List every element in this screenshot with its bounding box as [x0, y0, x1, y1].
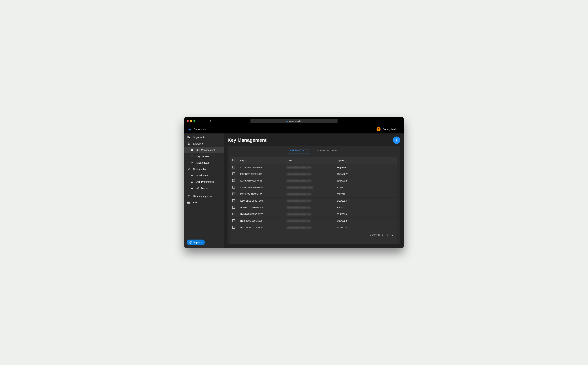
svg-rect-10 — [188, 137, 188, 137]
lock-icon — [187, 142, 190, 145]
row-checkbox[interactable] — [232, 179, 235, 182]
row-checkbox[interactable] — [232, 206, 235, 209]
row-checkbox[interactable] — [232, 213, 235, 215]
page-title: Key Management — [228, 138, 266, 143]
row-checkbox[interactable] — [232, 226, 235, 229]
svg-point-27 — [191, 243, 191, 243]
tab-approved-keys[interactable]: APPROVED KEYS — [289, 147, 310, 154]
cell-expires: 11/24/2022 — [337, 173, 396, 175]
sidebar-sub-email-setup[interactable]: Email Setup — [184, 172, 224, 179]
sidebar-sub-api-access[interactable]: API Access — [184, 185, 224, 191]
prev-page-button[interactable] — [387, 234, 388, 236]
sidebar-item-label: App Preferences — [196, 181, 214, 183]
sidebar-item-label: Organization — [193, 136, 206, 139]
table-row[interactable]: 0017 CF04 74B4 06F6redacted@example.comP… — [230, 164, 397, 171]
svg-rect-11 — [188, 144, 190, 145]
address-bar[interactable]: canarymail.io — [251, 119, 337, 123]
table-row[interactable]: 0033 5A6B 9189 4686redacted@example.com1… — [230, 177, 397, 184]
chevron-down-icon[interactable] — [204, 120, 206, 122]
svg-rect-25 — [187, 202, 190, 203]
sidebar-toggle-icon[interactable] — [199, 120, 202, 122]
sidebar-item-configuration[interactable]: Configuration — [184, 166, 224, 172]
sidebar-item-label: Key Servers — [196, 155, 209, 158]
users-icon — [187, 195, 190, 197]
back-icon[interactable] — [210, 120, 212, 122]
keys-table: Key ID Email Expires 0017 CF04 74B4 06F6… — [230, 157, 397, 244]
cell-expires: 3/5/2022 — [337, 206, 396, 209]
minimize-icon[interactable] — [190, 120, 192, 122]
svg-rect-6 — [189, 137, 190, 138]
tabs: APPROVED KEYS UNAPPROVED KEYS — [228, 147, 400, 154]
cell-expires: 2/10/2024 — [337, 200, 396, 202]
building-icon — [187, 136, 190, 139]
sidebar-item-label: Billing — [193, 201, 199, 204]
cell-key-id: 01CD 58A4 A71F 6EE1 — [240, 226, 287, 229]
sidebar-item-billing[interactable]: Billing — [184, 199, 224, 206]
cell-expires: 1/14/2024 — [337, 226, 396, 229]
support-button[interactable]: Support — [187, 239, 205, 245]
svg-rect-0 — [199, 120, 202, 122]
row-checkbox[interactable] — [232, 166, 235, 168]
sidebar-item-label: Key Management — [196, 149, 215, 151]
col-expires[interactable]: Expires — [337, 159, 396, 161]
sidebar-item-encryption[interactable]: Encryption — [184, 140, 224, 147]
table-row[interactable]: 00D7 11A1 DF80 F093redacted@example.com2… — [230, 197, 397, 204]
sidebar-sub-master-keys[interactable]: Master Keys — [184, 160, 224, 166]
sidebar-sub-key-management[interactable]: Key Management — [184, 147, 224, 153]
main-content: Key Management APPROVED KEYS UNAPPROVED … — [224, 133, 404, 248]
sidebar-sub-key-servers[interactable]: Key Servers — [184, 153, 224, 160]
svg-point-4 — [335, 121, 336, 121]
sidebar-item-label: Configuration — [193, 168, 207, 170]
sidebar-item-user-management[interactable]: User Management — [184, 193, 224, 199]
svg-point-16 — [191, 162, 192, 163]
cell-expires: 11/6/2022 — [337, 180, 396, 182]
table-row[interactable]: 0082 2274 7D0E 4155redacted@example.com2… — [230, 191, 397, 197]
row-checkbox[interactable] — [232, 219, 235, 222]
cell-email: redacted@example.com — [287, 180, 337, 182]
svg-point-17 — [188, 169, 189, 169]
browser-window: canarymail.io Canary Mail C Canary Mail — [184, 117, 404, 248]
table-row[interactable]: 0145 D4F8 DB86 0A7Credacted@example.com2… — [230, 211, 397, 218]
maximize-icon[interactable] — [193, 120, 195, 122]
table-row[interactable]: 01B2 8C9B 6295 6686redacted@example.org6… — [230, 218, 397, 224]
add-key-button[interactable] — [393, 136, 400, 144]
select-all-checkbox[interactable] — [232, 159, 235, 161]
table-row[interactable]: 0055 67A9 AE36 D325redacted@example.medi… — [230, 184, 397, 191]
next-page-button[interactable] — [392, 234, 394, 236]
cell-expires: 8/12/2021 — [337, 186, 396, 189]
sidebar-item-label: Master Keys — [196, 161, 209, 164]
user-menu[interactable]: C Canary Mail — [377, 127, 400, 131]
cell-expires: 6/29/2022 — [337, 220, 396, 222]
brand[interactable]: Canary Mail — [188, 127, 207, 131]
cell-expires: 2/6/2023 — [337, 193, 396, 195]
svg-point-15 — [191, 157, 192, 157]
help-icon — [189, 241, 192, 244]
row-checkbox[interactable] — [232, 193, 235, 195]
sidebar-sub-app-preferences[interactable]: App Preferences — [184, 179, 224, 185]
sidebar-item-organization[interactable]: Organization — [184, 134, 224, 140]
col-key-id[interactable]: Key ID — [240, 159, 287, 161]
row-checkbox[interactable] — [232, 186, 235, 189]
tab-unapproved-keys[interactable]: UNAPPROVED KEYS — [315, 148, 339, 154]
reader-icon[interactable] — [333, 120, 336, 122]
row-checkbox[interactable] — [232, 199, 235, 202]
site-icon — [286, 120, 288, 122]
sliders-icon — [190, 181, 194, 183]
svg-rect-9 — [188, 137, 188, 137]
key-icon — [190, 161, 194, 164]
cell-key-id: 0022 B681 59C9 7666 — [240, 173, 287, 175]
svg-point-20 — [192, 182, 193, 182]
card-icon — [187, 201, 190, 204]
col-email[interactable]: Email — [287, 159, 337, 161]
table-row[interactable]: 0022 B681 59C9 7666redacted@example.com1… — [230, 171, 397, 177]
row-checkbox[interactable] — [232, 172, 235, 175]
new-tab-icon[interactable] — [399, 120, 401, 122]
logo-icon — [188, 127, 192, 131]
svg-point-19 — [191, 181, 192, 181]
svg-point-3 — [334, 121, 335, 121]
table-row[interactable]: 0129 FD21 44E6 0C0Aredacted@example.org3… — [230, 204, 397, 211]
table-row[interactable]: 01CD 58A4 A71F 6EE1redacted@example.com1… — [230, 224, 397, 231]
cell-email: redacted@example.com — [287, 213, 337, 216]
close-icon[interactable] — [187, 120, 189, 122]
shield-check-icon — [190, 149, 194, 151]
